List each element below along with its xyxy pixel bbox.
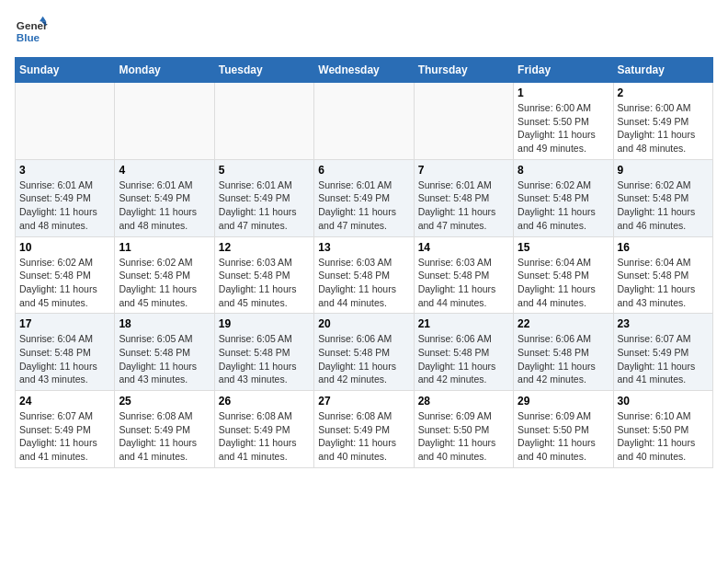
svg-text:Blue: Blue — [17, 31, 40, 43]
day-number: 27 — [318, 395, 409, 408]
day-info: Sunrise: 6:06 AMSunset: 5:48 PMDaylight:… — [518, 332, 609, 386]
calendar-cell: 16Sunrise: 6:04 AMSunset: 5:48 PMDayligh… — [613, 236, 712, 314]
calendar-cell: 12Sunrise: 6:03 AMSunset: 5:48 PMDayligh… — [214, 236, 313, 314]
day-number: 13 — [318, 241, 409, 254]
day-number: 24 — [19, 395, 110, 408]
day-info: Sunrise: 6:02 AMSunset: 5:48 PMDaylight:… — [119, 256, 210, 310]
calendar-cell: 11Sunrise: 6:02 AMSunset: 5:48 PMDayligh… — [115, 236, 214, 314]
day-number: 30 — [618, 395, 709, 408]
calendar-cell: 25Sunrise: 6:08 AMSunset: 5:49 PMDayligh… — [115, 391, 214, 468]
logo-icon: General Blue — [15, 15, 48, 48]
day-info: Sunrise: 6:05 AMSunset: 5:48 PMDaylight:… — [219, 332, 310, 386]
calendar-cell: 6Sunrise: 6:01 AMSunset: 5:49 PMDaylight… — [314, 159, 414, 236]
weekday-header-tuesday: Tuesday — [214, 58, 313, 83]
week-row-4: 17Sunrise: 6:04 AMSunset: 5:48 PMDayligh… — [16, 314, 713, 391]
day-info: Sunrise: 6:00 AMSunset: 5:50 PMDaylight:… — [518, 101, 609, 155]
day-info: Sunrise: 6:02 AMSunset: 5:48 PMDaylight:… — [19, 256, 110, 310]
day-number: 1 — [518, 86, 609, 99]
day-info: Sunrise: 6:04 AMSunset: 5:48 PMDaylight:… — [618, 256, 709, 310]
calendar-cell: 27Sunrise: 6:08 AMSunset: 5:49 PMDayligh… — [314, 391, 414, 468]
calendar-cell: 21Sunrise: 6:06 AMSunset: 5:48 PMDayligh… — [414, 314, 513, 391]
day-number: 22 — [518, 317, 609, 330]
week-row-2: 3Sunrise: 6:01 AMSunset: 5:49 PMDaylight… — [16, 159, 713, 236]
calendar-cell: 29Sunrise: 6:09 AMSunset: 5:50 PMDayligh… — [514, 391, 613, 468]
calendar-cell: 10Sunrise: 6:02 AMSunset: 5:48 PMDayligh… — [16, 236, 115, 314]
day-number: 25 — [119, 395, 210, 408]
day-info: Sunrise: 6:06 AMSunset: 5:48 PMDaylight:… — [318, 332, 409, 386]
calendar-table: SundayMondayTuesdayWednesdayThursdayFrid… — [15, 57, 713, 468]
day-number: 10 — [19, 241, 110, 254]
day-number: 14 — [418, 241, 509, 254]
weekday-header-saturday: Saturday — [613, 58, 712, 83]
day-number: 26 — [219, 395, 310, 408]
calendar-cell: 7Sunrise: 6:01 AMSunset: 5:48 PMDaylight… — [414, 159, 513, 236]
week-row-3: 10Sunrise: 6:02 AMSunset: 5:48 PMDayligh… — [16, 236, 713, 314]
day-number: 4 — [119, 164, 210, 177]
calendar-cell — [115, 83, 214, 160]
calendar-cell: 18Sunrise: 6:05 AMSunset: 5:48 PMDayligh… — [115, 314, 214, 391]
calendar-cell: 28Sunrise: 6:09 AMSunset: 5:50 PMDayligh… — [414, 391, 513, 468]
day-info: Sunrise: 6:04 AMSunset: 5:48 PMDaylight:… — [19, 332, 110, 386]
calendar-cell: 22Sunrise: 6:06 AMSunset: 5:48 PMDayligh… — [514, 314, 613, 391]
day-info: Sunrise: 6:03 AMSunset: 5:48 PMDaylight:… — [418, 256, 509, 310]
day-info: Sunrise: 6:02 AMSunset: 5:48 PMDaylight:… — [618, 178, 709, 233]
day-info: Sunrise: 6:02 AMSunset: 5:48 PMDaylight:… — [518, 178, 609, 233]
weekday-header-wednesday: Wednesday — [314, 58, 414, 83]
calendar-cell: 20Sunrise: 6:06 AMSunset: 5:48 PMDayligh… — [314, 314, 414, 391]
calendar-cell — [16, 83, 115, 160]
day-number: 18 — [119, 317, 210, 330]
day-info: Sunrise: 6:04 AMSunset: 5:48 PMDaylight:… — [518, 256, 609, 310]
weekday-header-thursday: Thursday — [414, 58, 513, 83]
logo: General Blue — [15, 15, 48, 48]
calendar-cell: 19Sunrise: 6:05 AMSunset: 5:48 PMDayligh… — [214, 314, 313, 391]
day-info: Sunrise: 6:01 AMSunset: 5:48 PMDaylight:… — [418, 178, 509, 233]
day-number: 9 — [618, 164, 709, 177]
calendar-cell — [414, 83, 513, 160]
day-number: 23 — [618, 317, 709, 330]
day-number: 2 — [618, 86, 709, 99]
weekday-header-row: SundayMondayTuesdayWednesdayThursdayFrid… — [16, 58, 713, 83]
page-header: General Blue — [15, 15, 713, 48]
day-info: Sunrise: 6:08 AMSunset: 5:49 PMDaylight:… — [119, 409, 210, 464]
day-info: Sunrise: 6:09 AMSunset: 5:50 PMDaylight:… — [418, 409, 509, 464]
day-number: 11 — [119, 241, 210, 254]
calendar-cell: 17Sunrise: 6:04 AMSunset: 5:48 PMDayligh… — [16, 314, 115, 391]
calendar-cell: 1Sunrise: 6:00 AMSunset: 5:50 PMDaylight… — [514, 83, 613, 160]
weekday-header-monday: Monday — [115, 58, 214, 83]
day-number: 28 — [418, 395, 509, 408]
weekday-header-friday: Friday — [514, 58, 613, 83]
calendar-cell: 13Sunrise: 6:03 AMSunset: 5:48 PMDayligh… — [314, 236, 414, 314]
day-number: 19 — [219, 317, 310, 330]
day-info: Sunrise: 6:01 AMSunset: 5:49 PMDaylight:… — [318, 178, 409, 233]
day-info: Sunrise: 6:06 AMSunset: 5:48 PMDaylight:… — [418, 332, 509, 386]
day-info: Sunrise: 6:05 AMSunset: 5:48 PMDaylight:… — [119, 332, 210, 386]
day-number: 5 — [219, 164, 310, 177]
day-number: 20 — [318, 317, 409, 330]
calendar-cell: 5Sunrise: 6:01 AMSunset: 5:49 PMDaylight… — [214, 159, 313, 236]
day-info: Sunrise: 6:07 AMSunset: 5:49 PMDaylight:… — [618, 332, 709, 386]
day-number: 12 — [219, 241, 310, 254]
day-number: 29 — [518, 395, 609, 408]
calendar-cell: 2Sunrise: 6:00 AMSunset: 5:49 PMDaylight… — [613, 83, 712, 160]
calendar-cell: 14Sunrise: 6:03 AMSunset: 5:48 PMDayligh… — [414, 236, 513, 314]
calendar-cell: 8Sunrise: 6:02 AMSunset: 5:48 PMDaylight… — [514, 159, 613, 236]
day-number: 21 — [418, 317, 509, 330]
day-info: Sunrise: 6:01 AMSunset: 5:49 PMDaylight:… — [119, 178, 210, 233]
day-number: 7 — [418, 164, 509, 177]
calendar-cell — [214, 83, 313, 160]
day-info: Sunrise: 6:03 AMSunset: 5:48 PMDaylight:… — [318, 256, 409, 310]
calendar-cell — [314, 83, 414, 160]
day-number: 3 — [19, 164, 110, 177]
week-row-1: 1Sunrise: 6:00 AMSunset: 5:50 PMDaylight… — [16, 83, 713, 160]
week-row-5: 24Sunrise: 6:07 AMSunset: 5:49 PMDayligh… — [16, 391, 713, 468]
calendar-cell: 3Sunrise: 6:01 AMSunset: 5:49 PMDaylight… — [16, 159, 115, 236]
calendar-cell: 24Sunrise: 6:07 AMSunset: 5:49 PMDayligh… — [16, 391, 115, 468]
day-info: Sunrise: 6:08 AMSunset: 5:49 PMDaylight:… — [219, 409, 310, 464]
calendar-cell: 9Sunrise: 6:02 AMSunset: 5:48 PMDaylight… — [613, 159, 712, 236]
day-number: 15 — [518, 241, 609, 254]
day-info: Sunrise: 6:09 AMSunset: 5:50 PMDaylight:… — [518, 409, 609, 464]
day-info: Sunrise: 6:03 AMSunset: 5:48 PMDaylight:… — [219, 256, 310, 310]
calendar-cell: 4Sunrise: 6:01 AMSunset: 5:49 PMDaylight… — [115, 159, 214, 236]
day-info: Sunrise: 6:00 AMSunset: 5:49 PMDaylight:… — [618, 101, 709, 155]
day-number: 17 — [19, 317, 110, 330]
